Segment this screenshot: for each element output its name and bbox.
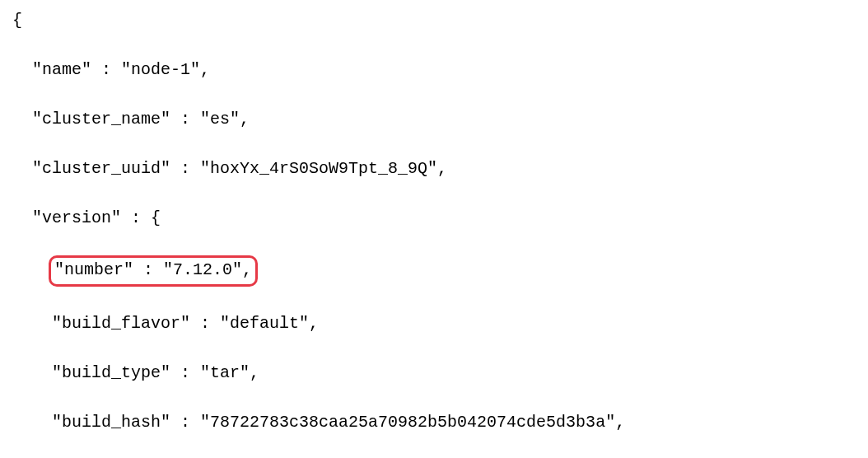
line-version-open: "version" : { [12,206,856,231]
json-output: { "name" : "node-1", "cluster_name" : "e… [12,8,856,458]
line-number: "number" : "7.12.0", [12,255,856,287]
line-cluster-uuid: "cluster_uuid" : "hoxYx_4rS0SoW9Tpt_8_9Q… [12,157,856,181]
line-build-type: "build_type" : "tar", [12,361,856,386]
line-open-brace: { [12,8,856,33]
line-cluster-name: "cluster_name" : "es", [12,107,856,132]
line-build-hash: "build_hash" : "78722783c38caa25a70982b5… [12,410,856,435]
line-build-flavor: "build_flavor" : "default", [12,311,856,336]
highlight-version-number: "number" : "7.12.0", [49,255,258,287]
line-name: "name" : "node-1", [12,58,856,82]
